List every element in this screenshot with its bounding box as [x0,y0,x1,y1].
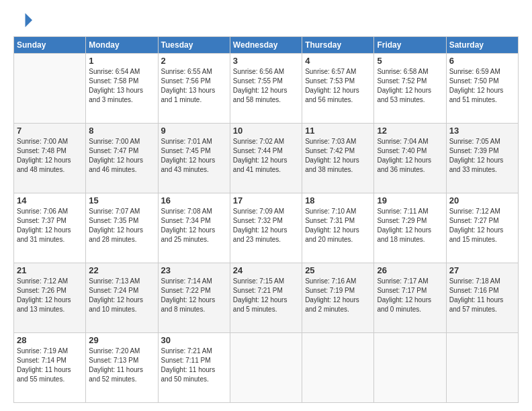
day-number: 25 [305,265,371,275]
day-number: 16 [161,195,227,205]
day-number: 19 [377,195,443,205]
weekday-header-saturday: Saturday [446,37,518,54]
day-info: Sunrise: 7:21 AM Sunset: 7:11 PM Dayligh… [161,347,227,384]
day-number: 24 [233,265,299,275]
day-info: Sunrise: 6:59 AM Sunset: 7:50 PM Dayligh… [449,67,515,105]
day-cell: 24Sunrise: 7:15 AM Sunset: 7:21 PM Dayli… [230,263,302,333]
day-number: 1 [89,56,154,66]
day-cell [230,333,302,403]
day-info: Sunrise: 6:58 AM Sunset: 7:52 PM Dayligh… [377,67,443,105]
weekday-header-sunday: Sunday [14,37,86,54]
day-cell: 9Sunrise: 7:01 AM Sunset: 7:45 PM Daylig… [158,124,230,193]
day-info: Sunrise: 7:09 AM Sunset: 7:32 PM Dayligh… [233,207,299,244]
day-info: Sunrise: 7:07 AM Sunset: 7:35 PM Dayligh… [89,207,154,244]
day-cell [14,54,86,124]
day-info: Sunrise: 7:01 AM Sunset: 7:45 PM Dayligh… [161,137,227,175]
day-number: 3 [233,56,299,66]
day-cell [446,333,518,403]
week-row-2: 7Sunrise: 7:00 AM Sunset: 7:48 PM Daylig… [14,124,519,193]
weekday-header-tuesday: Tuesday [158,37,230,54]
day-cell: 2Sunrise: 6:55 AM Sunset: 7:56 PM Daylig… [158,54,230,124]
day-info: Sunrise: 6:57 AM Sunset: 7:53 PM Dayligh… [305,67,371,105]
weekday-header-thursday: Thursday [302,37,374,54]
day-number: 14 [17,195,83,205]
day-cell: 19Sunrise: 7:11 AM Sunset: 7:29 PM Dayli… [374,193,446,263]
day-info: Sunrise: 7:02 AM Sunset: 7:44 PM Dayligh… [233,137,299,175]
day-info: Sunrise: 7:17 AM Sunset: 7:17 PM Dayligh… [377,277,443,314]
day-info: Sunrise: 7:08 AM Sunset: 7:34 PM Dayligh… [161,207,227,244]
day-cell: 7Sunrise: 7:00 AM Sunset: 7:48 PM Daylig… [14,124,86,193]
weekday-header-wednesday: Wednesday [230,37,302,54]
day-cell [374,333,446,403]
day-info: Sunrise: 6:56 AM Sunset: 7:55 PM Dayligh… [233,67,299,105]
day-number: 11 [305,126,371,136]
day-number: 29 [89,335,154,345]
day-info: Sunrise: 7:00 AM Sunset: 7:48 PM Dayligh… [17,137,83,175]
day-number: 5 [377,56,443,66]
week-row-4: 21Sunrise: 7:12 AM Sunset: 7:26 PM Dayli… [14,263,519,333]
day-info: Sunrise: 7:20 AM Sunset: 7:13 PM Dayligh… [89,347,154,384]
day-cell: 18Sunrise: 7:10 AM Sunset: 7:31 PM Dayli… [302,193,374,263]
day-cell: 12Sunrise: 7:04 AM Sunset: 7:40 PM Dayli… [374,124,446,193]
weekday-header-friday: Friday [374,37,446,54]
day-cell [302,333,374,403]
day-cell: 26Sunrise: 7:17 AM Sunset: 7:17 PM Dayli… [374,263,446,333]
day-number: 13 [449,126,515,136]
day-cell: 20Sunrise: 7:12 AM Sunset: 7:27 PM Dayli… [446,193,518,263]
weekday-header-monday: Monday [86,37,158,54]
day-info: Sunrise: 7:00 AM Sunset: 7:47 PM Dayligh… [89,137,154,175]
day-info: Sunrise: 7:05 AM Sunset: 7:39 PM Dayligh… [449,137,515,175]
day-info: Sunrise: 7:06 AM Sunset: 7:37 PM Dayligh… [17,207,83,244]
day-number: 23 [161,265,227,275]
day-info: Sunrise: 7:10 AM Sunset: 7:31 PM Dayligh… [305,207,371,244]
day-cell: 15Sunrise: 7:07 AM Sunset: 7:35 PM Dayli… [86,193,158,263]
week-row-1: 1Sunrise: 6:54 AM Sunset: 7:58 PM Daylig… [14,54,519,124]
day-info: Sunrise: 7:19 AM Sunset: 7:14 PM Dayligh… [17,347,83,384]
day-number: 8 [89,126,154,136]
day-number: 4 [305,56,371,66]
day-cell: 3Sunrise: 6:56 AM Sunset: 7:55 PM Daylig… [230,54,302,124]
day-cell: 14Sunrise: 7:06 AM Sunset: 7:37 PM Dayli… [14,193,86,263]
day-info: Sunrise: 7:13 AM Sunset: 7:24 PM Dayligh… [89,277,154,314]
day-info: Sunrise: 7:14 AM Sunset: 7:22 PM Dayligh… [161,277,227,314]
day-cell: 23Sunrise: 7:14 AM Sunset: 7:22 PM Dayli… [158,263,230,333]
day-cell: 29Sunrise: 7:20 AM Sunset: 7:13 PM Dayli… [86,333,158,403]
day-cell: 22Sunrise: 7:13 AM Sunset: 7:24 PM Dayli… [86,263,158,333]
week-row-5: 28Sunrise: 7:19 AM Sunset: 7:14 PM Dayli… [14,333,519,403]
day-number: 21 [17,265,83,275]
day-number: 12 [377,126,443,136]
day-info: Sunrise: 7:11 AM Sunset: 7:29 PM Dayligh… [377,207,443,244]
day-number: 6 [449,56,515,66]
weekday-header-row: SundayMondayTuesdayWednesdayThursdayFrid… [14,37,519,54]
day-cell: 6Sunrise: 6:59 AM Sunset: 7:50 PM Daylig… [446,54,518,124]
day-info: Sunrise: 6:54 AM Sunset: 7:58 PM Dayligh… [89,67,154,105]
day-info: Sunrise: 7:15 AM Sunset: 7:21 PM Dayligh… [233,277,299,314]
day-cell: 30Sunrise: 7:21 AM Sunset: 7:11 PM Dayli… [158,333,230,403]
day-cell: 8Sunrise: 7:00 AM Sunset: 7:47 PM Daylig… [86,124,158,193]
day-cell: 4Sunrise: 6:57 AM Sunset: 7:53 PM Daylig… [302,54,374,124]
day-cell: 11Sunrise: 7:03 AM Sunset: 7:42 PM Dayli… [302,124,374,193]
day-info: Sunrise: 7:18 AM Sunset: 7:16 PM Dayligh… [449,277,515,314]
day-number: 2 [161,56,227,66]
day-number: 17 [233,195,299,205]
day-info: Sunrise: 7:12 AM Sunset: 7:26 PM Dayligh… [17,277,83,314]
day-number: 10 [233,126,299,136]
day-cell: 16Sunrise: 7:08 AM Sunset: 7:34 PM Dayli… [158,193,230,263]
svg-marker-0 [26,13,33,28]
calendar: SundayMondayTuesdayWednesdayThursdayFrid… [13,36,519,403]
day-cell: 25Sunrise: 7:16 AM Sunset: 7:19 PM Dayli… [302,263,374,333]
header [13,11,519,30]
day-number: 26 [377,265,443,275]
day-cell: 21Sunrise: 7:12 AM Sunset: 7:26 PM Dayli… [14,263,86,333]
day-info: Sunrise: 7:04 AM Sunset: 7:40 PM Dayligh… [377,137,443,175]
day-number: 28 [17,335,83,345]
day-number: 30 [161,335,227,345]
day-number: 9 [161,126,227,136]
day-number: 22 [89,265,154,275]
day-cell: 1Sunrise: 6:54 AM Sunset: 7:58 PM Daylig… [86,54,158,124]
week-row-3: 14Sunrise: 7:06 AM Sunset: 7:37 PM Dayli… [14,193,519,263]
day-cell: 28Sunrise: 7:19 AM Sunset: 7:14 PM Dayli… [14,333,86,403]
day-info: Sunrise: 7:12 AM Sunset: 7:27 PM Dayligh… [449,207,515,244]
day-info: Sunrise: 7:16 AM Sunset: 7:19 PM Dayligh… [305,277,371,314]
day-number: 18 [305,195,371,205]
